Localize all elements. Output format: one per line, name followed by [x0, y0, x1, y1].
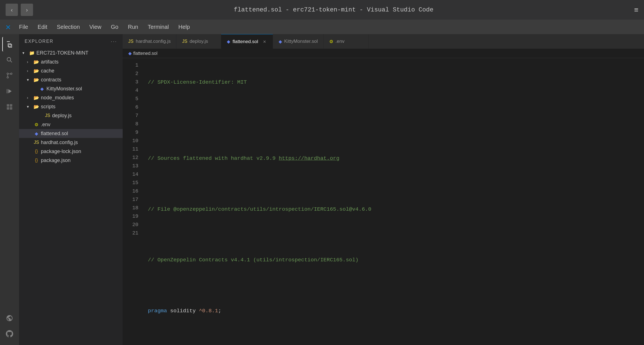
folder-artifacts-icon: 📂	[34, 59, 39, 65]
tree-item-scripts[interactable]: ▾ 📂 scripts	[19, 102, 123, 111]
back-button[interactable]: ‹	[6, 4, 18, 16]
tree-item-cache[interactable]: › 📂 cache	[19, 66, 123, 75]
line-num-8: 8	[123, 120, 138, 128]
editor-area: JS hardhat.config.js JS deploy.js ◆ flat…	[123, 34, 644, 345]
sidebar-more-button[interactable]: ···	[111, 38, 117, 44]
tree-project-root[interactable]: ▾ 📁 ERC721-TOKEN-MINT	[19, 48, 123, 57]
activity-remote[interactable]	[2, 311, 17, 325]
activity-source-control[interactable]	[2, 68, 17, 83]
tab-flattened-sol[interactable]: ◆ flattened.sol ✕	[221, 34, 273, 49]
line-num-11: 11	[123, 145, 138, 153]
tree-item-package-lock[interactable]: {} package-lock.json	[19, 147, 123, 156]
breadcrumb-sol-icon: ◆	[128, 51, 132, 56]
tab-kittymonster[interactable]: ◆ KittyMonster.sol	[273, 34, 324, 49]
code-line-4: // Sources flattened with hardhat v2.9.9…	[148, 154, 638, 163]
activity-extensions[interactable]	[2, 100, 17, 114]
activity-bar: ⧉	[0, 34, 19, 345]
line-num-4: 4	[123, 86, 138, 95]
tree-label-scripts: scripts	[41, 104, 55, 110]
activity-github[interactable]	[2, 327, 17, 341]
svg-point-5	[7, 77, 8, 78]
tree-label-flattened-sol: flattened.sol	[41, 131, 68, 137]
menu-go[interactable]: Go	[107, 22, 122, 32]
svg-rect-9	[7, 89, 7, 93]
code-line-8: // OpenZeppelin Contracts v4.4.1 (utils/…	[148, 256, 638, 264]
tree-item-package-json[interactable]: {} package.json	[19, 156, 123, 165]
breadcrumb: ◆ flattened.sol	[123, 49, 644, 58]
tab-label-hardhat: hardhat.config.js	[136, 39, 171, 44]
menu-help[interactable]: Help	[174, 22, 194, 32]
chevron-down-icon: ▾	[22, 51, 27, 55]
file-tree: ▾ 📁 ERC721-TOKEN-MINT › 📂 artifacts › 📂 …	[19, 48, 123, 345]
main-layout: ⧉ EXPLORER ··· ▾	[0, 34, 644, 345]
svg-rect-10	[7, 104, 9, 107]
line-num-15: 15	[123, 179, 138, 187]
line-num-10: 10	[123, 137, 138, 145]
tree-label-deploy-js: deploy.js	[52, 113, 72, 119]
json-icon-package: {}	[34, 158, 39, 163]
env-icon: ⚙	[34, 122, 39, 127]
js-tab-icon-hardhat: JS	[128, 39, 134, 44]
menu-selection[interactable]: Selection	[53, 22, 84, 32]
line-num-14: 14	[123, 170, 138, 179]
tree-label-env: .env	[41, 122, 50, 128]
activity-explorer[interactable]: ⧉	[2, 37, 17, 51]
tab-close-button[interactable]: ✕	[262, 39, 267, 44]
activity-search[interactable]	[2, 53, 17, 67]
window-title: flattened.sol - erc721-token-mint - Visu…	[234, 6, 433, 13]
tree-item-node-modules[interactable]: › 📂 node_modules	[19, 93, 123, 102]
code-line-2	[148, 104, 638, 112]
sidebar: EXPLORER ··· ▾ 📁 ERC721-TOKEN-MINT › 📂 a…	[19, 34, 123, 345]
line-num-9: 9	[123, 128, 138, 137]
tree-item-deploy-js[interactable]: JS deploy.js	[19, 111, 123, 120]
tree-item-env[interactable]: ⚙ .env	[19, 120, 123, 129]
sol-icon-kittymonster: ◆	[39, 86, 45, 91]
tree-item-kittymonster[interactable]: ◆ KittyMonster.sol	[19, 84, 123, 93]
menu-file[interactable]: File	[15, 22, 32, 32]
tab-deploy-js[interactable]: JS deploy.js	[176, 34, 221, 49]
code-line-3	[148, 129, 638, 137]
tree-label-package-lock: package-lock.json	[41, 149, 81, 154]
menu-view[interactable]: View	[85, 22, 105, 32]
sol-icon-flattened: ◆	[34, 131, 39, 136]
menu-edit[interactable]: Edit	[34, 22, 51, 32]
tree-item-contracts[interactable]: ▾ 📂 contracts	[19, 75, 123, 84]
svg-line-3	[10, 61, 12, 62]
tree-item-flattened-sol[interactable]: ◆ flattened.sol	[19, 129, 123, 138]
menu-bar: ✕ File Edit Selection View Go Run Termin…	[0, 20, 644, 34]
chevron-down-icon: ▾	[27, 78, 32, 82]
line-num-21: 21	[123, 229, 138, 237]
breadcrumb-text: flattened.sol	[133, 51, 157, 56]
title-bar-navigation: ‹ ›	[6, 4, 33, 16]
line-num-18: 18	[123, 204, 138, 212]
svg-rect-11	[10, 104, 12, 107]
code-line-11	[148, 332, 638, 341]
forward-button[interactable]: ›	[21, 4, 33, 16]
code-editor[interactable]: 1 2 3 4 5 6 7 8 9 10 11 12 13 14 15 16 1…	[123, 58, 644, 345]
tree-item-artifacts[interactable]: › 📂 artifacts	[19, 57, 123, 66]
tree-label-node-modules: node_modules	[41, 95, 74, 101]
tree-item-hardhat-config[interactable]: JS hardhat.config.js	[19, 138, 123, 147]
project-name: ERC721-TOKEN-MINT	[36, 50, 88, 56]
line-num-16: 16	[123, 187, 138, 195]
explorer-label: EXPLORER	[25, 39, 53, 44]
tree-label-artifacts: artifacts	[41, 59, 59, 65]
line-num-5: 5	[123, 95, 138, 103]
menu-icon-button[interactable]: ≡	[634, 6, 638, 14]
json-icon-package-lock: {}	[34, 149, 39, 154]
env-tab-icon: ⚙	[329, 39, 333, 44]
folder-node-modules-icon: 📂	[34, 95, 39, 100]
chevron-down-icon: ▾	[27, 104, 32, 109]
folder-cache-icon: 📂	[34, 68, 39, 74]
svg-rect-12	[7, 107, 9, 110]
tab-env[interactable]: ⚙ .env	[324, 34, 368, 49]
tab-hardhat-config[interactable]: JS hardhat.config.js	[123, 34, 176, 49]
activity-run-debug[interactable]	[2, 84, 17, 98]
line-num-3: 3	[123, 78, 138, 86]
menu-terminal[interactable]: Terminal	[144, 22, 173, 32]
svg-marker-8	[8, 89, 12, 93]
vscode-logo-icon: ✕	[6, 22, 11, 32]
menu-run[interactable]: Run	[124, 22, 142, 32]
sidebar-header: EXPLORER ···	[19, 34, 123, 48]
code-content[interactable]: // SPDX-License-Identifier: MIT // Sourc…	[142, 58, 644, 345]
